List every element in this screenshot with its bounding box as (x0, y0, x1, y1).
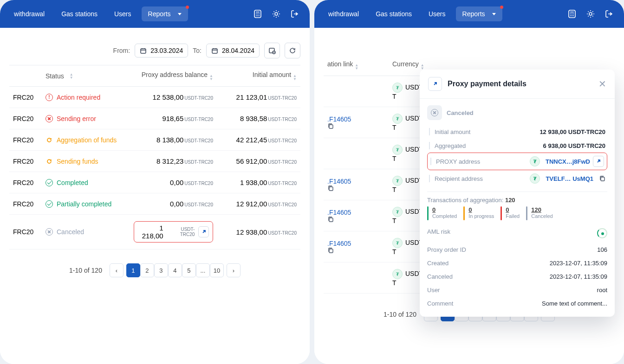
page-info: 1-10 of 120 (69, 267, 102, 274)
initial-cell: 42 212,45USDT-TRC20 (217, 136, 300, 144)
export-button[interactable] (264, 43, 280, 58)
filter-bar: From: 23.03.2024 To: 28.04.2024 (9, 36, 300, 65)
col-link[interactable]: ation link▲▼ (324, 60, 389, 70)
nav-users[interactable]: Users (108, 6, 138, 21)
table-row[interactable]: FRC20 Action required 12 538,00USDT-TRC2… (9, 87, 300, 108)
status-cell: Canceled (42, 228, 130, 236)
close-button[interactable]: ✕ (598, 78, 606, 89)
balance-cell: 918,65USDT-TRC20 (130, 115, 217, 122)
initial-cell: 8 938,58USDT-TRC20 (217, 115, 300, 122)
table-row[interactable]: FRC20 Sending funds 8 312,23USDT-TRC20 5… (9, 151, 300, 172)
page-...[interactable]: ... (196, 263, 210, 277)
status-cell: Sending funds (42, 158, 130, 165)
calculator-icon[interactable] (250, 6, 265, 21)
to-date-picker[interactable]: 28.04.2024 (206, 44, 260, 57)
status-cell: Action required (42, 94, 130, 101)
svg-point-1 (275, 13, 278, 15)
hash-link[interactable]: .F14605 (327, 240, 351, 247)
chevron-down-icon (492, 13, 496, 15)
canceled-icon (427, 105, 442, 120)
settings-icon[interactable] (269, 6, 284, 21)
nav-gas-stations[interactable]: Gas stations (369, 6, 418, 21)
from-date-picker[interactable]: 23.03.2024 (135, 44, 188, 57)
table-row[interactable]: FRC20 Aggregation of funds 8 138,00USDT-… (9, 129, 300, 151)
nav-reports[interactable]: Reports (142, 6, 188, 21)
open-external-button[interactable] (593, 156, 604, 167)
proxy-payment-details-modal: Proxy payment details ✕ Canceled Initial… (420, 70, 615, 317)
coin-icon: ₮ (392, 114, 403, 124)
hash-link[interactable]: .F14605 (327, 115, 351, 123)
page-3[interactable]: 3 (154, 263, 168, 277)
settings-icon[interactable] (583, 6, 598, 21)
balance-cell: 0,00USDT-TRC20 (130, 200, 217, 208)
page-2[interactable]: 2 (140, 263, 154, 277)
page-5[interactable]: 5 (182, 263, 196, 277)
hash-link[interactable]: .F14605 (327, 178, 351, 185)
status-row: Canceled (427, 105, 607, 120)
table-row[interactable]: FRC20 Completed 0,00USDT-TRC20 1 938,00U… (9, 172, 300, 193)
copy-button[interactable] (327, 247, 385, 254)
table-row[interactable]: FRC20 Canceled 1 218,00USDT-TRC20 12 938… (9, 215, 300, 249)
page-prev[interactable]: ‹ (110, 263, 124, 277)
calendar-icon (211, 47, 218, 54)
copy-button[interactable] (327, 216, 385, 223)
detail-row: Userroot (427, 283, 607, 297)
nav-users[interactable]: Users (422, 6, 452, 21)
logout-icon[interactable] (602, 6, 617, 21)
col-currency[interactable]: Currency▲▼ (389, 60, 430, 70)
status-cell: Completed (42, 179, 130, 186)
copy-button[interactable] (599, 175, 605, 182)
page-10[interactable]: 10 (210, 263, 224, 277)
svg-rect-8 (329, 125, 333, 128)
page-1[interactable]: 1 (126, 263, 140, 277)
proxy-address-row: PROXY address₮TNNCX…j8FwD (427, 153, 607, 170)
page-4[interactable]: 4 (168, 263, 182, 277)
status-cell: Sending error (42, 115, 130, 122)
hash-link[interactable]: .F14605 (327, 209, 351, 216)
modal-title: Proxy payment details (448, 80, 593, 88)
calculator-icon[interactable] (565, 6, 579, 21)
initial-cell: 12 938,00USDT-TRC20 (217, 228, 300, 236)
svg-rect-2 (141, 49, 146, 53)
agg-segment: 0Completed (427, 206, 457, 220)
copy-button[interactable] (327, 185, 385, 192)
nav-withdrawal[interactable]: withdrawal (7, 6, 51, 21)
recipient-address-link[interactable]: TVELF… UsMQ1 (546, 175, 593, 182)
table-row[interactable]: FRC20 Partially completed 0,00USDT-TRC20… (9, 193, 300, 215)
left-app: withdrawal Gas stations Users Reports Fr… (0, 0, 310, 364)
col-balance[interactable]: Proxy address balance▲▼ (130, 71, 217, 81)
initial-cell: 12 912,00USDT-TRC20 (217, 200, 300, 208)
appbar: withdrawal Gas stations Users Reports (0, 0, 310, 28)
balance-cell: 8 312,23USDT-TRC20 (130, 157, 217, 165)
logout-icon[interactable] (287, 6, 302, 21)
aggregation-label: Transactions of aggregation: 120 (427, 197, 607, 204)
detail-row: Proxy order ID106 (427, 243, 607, 256)
status-cell: Partially completed (42, 200, 130, 208)
detail-row: CommentSome text of comment... (427, 297, 607, 310)
svg-rect-9 (329, 187, 333, 191)
col-initial[interactable]: Initial amount▲▼ (217, 71, 300, 81)
calendar-icon (140, 47, 147, 54)
col-status[interactable]: Status▲▼ (42, 71, 130, 81)
svg-rect-10 (329, 218, 333, 222)
svg-rect-11 (329, 249, 333, 253)
balance-cell: 1 218,00USDT-TRC20 (130, 221, 217, 243)
agg-segment: 0In progress (463, 206, 494, 220)
coin-icon: ₮ (392, 145, 403, 155)
to-label: To: (193, 47, 202, 54)
nav-reports[interactable]: Reports (456, 6, 503, 21)
detail-row: Canceled2023-12-07, 11:35:09 (427, 270, 607, 283)
initial-cell: 1 938,00USDT-TRC20 (217, 179, 300, 186)
refresh-button[interactable] (285, 43, 300, 58)
table-row[interactable]: FRC20 Sending error 918,65USDT-TRC20 8 9… (9, 108, 300, 129)
nav-withdrawal[interactable]: withdrawal (322, 6, 365, 21)
proxy-address-link[interactable]: TNNCX…j8FwD (546, 158, 590, 165)
copy-button[interactable] (327, 123, 385, 129)
balance-cell: 12 538,00USDT-TRC20 (130, 93, 217, 101)
svg-rect-3 (212, 49, 217, 53)
detail-row: Created2023-12-07, 11:35:09 (427, 256, 607, 270)
detail-row: AML risk (427, 225, 607, 243)
open-details-button[interactable] (198, 226, 209, 237)
page-next[interactable]: › (227, 263, 240, 277)
nav-gas-stations[interactable]: Gas stations (55, 6, 104, 21)
